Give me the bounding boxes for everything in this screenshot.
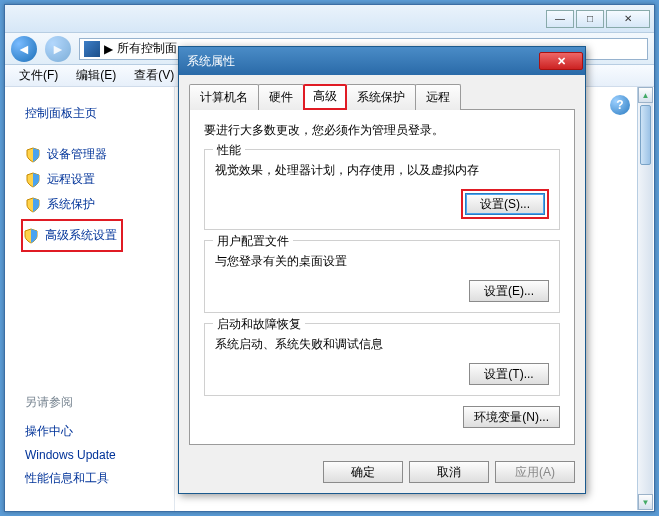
sidebar-heading[interactable]: 控制面板主页: [25, 105, 174, 122]
performance-group: 性能 视觉效果，处理器计划，内存使用，以及虚拟内存 设置(S)...: [204, 149, 560, 230]
sidebar-item-remote-settings[interactable]: 远程设置: [25, 167, 174, 192]
ok-button[interactable]: 确定: [323, 461, 403, 483]
vertical-scrollbar[interactable]: ▲ ▼: [637, 87, 653, 510]
ref-action-center[interactable]: 操作中心: [25, 419, 174, 444]
startup-recovery-settings-button[interactable]: 设置(T)...: [469, 363, 549, 385]
sidebar-item-label: 设备管理器: [47, 146, 107, 163]
startup-recovery-title: 启动和故障恢复: [213, 316, 305, 333]
nav-forward-button[interactable]: ►: [45, 36, 71, 62]
see-also-title: 另请参阅: [25, 394, 174, 411]
system-properties-dialog: 系统属性 ✕ 计算机名 硬件 高级 系统保护 远程 要进行大多数更改，您必须作为…: [178, 46, 586, 494]
dialog-button-row: 确定 取消 应用(A): [179, 453, 585, 491]
sidebar-item-advanced-system-settings[interactable]: 高级系统设置: [23, 223, 117, 248]
scroll-down-arrow[interactable]: ▼: [638, 494, 653, 510]
dialog-close-button[interactable]: ✕: [539, 52, 583, 70]
breadcrumb-text: 所有控制面: [117, 40, 177, 57]
dialog-titlebar[interactable]: 系统属性 ✕: [179, 47, 585, 75]
apply-button[interactable]: 应用(A): [495, 461, 575, 483]
parent-titlebar: — □ ✕: [5, 5, 654, 33]
ref-windows-update[interactable]: Windows Update: [25, 444, 174, 466]
startup-recovery-group: 启动和故障恢复 系统启动、系统失败和调试信息 设置(T)...: [204, 323, 560, 396]
shield-icon: [23, 228, 39, 244]
menu-file[interactable]: 文件(F): [11, 65, 66, 86]
performance-title: 性能: [213, 142, 245, 159]
user-profile-desc: 与您登录有关的桌面设置: [215, 253, 549, 270]
tab-hardware[interactable]: 硬件: [258, 84, 304, 110]
user-profile-group: 用户配置文件 与您登录有关的桌面设置 设置(E)...: [204, 240, 560, 313]
sidebar-item-label: 高级系统设置: [45, 227, 117, 244]
admin-note: 要进行大多数更改，您必须作为管理员登录。: [204, 122, 560, 139]
menu-edit[interactable]: 编辑(E): [68, 65, 124, 86]
help-icon[interactable]: ?: [610, 95, 630, 115]
breadcrumb-sep: ▶: [104, 42, 113, 56]
scroll-up-arrow[interactable]: ▲: [638, 87, 653, 103]
sidebar-item-label: 远程设置: [47, 171, 95, 188]
minimize-button[interactable]: —: [546, 10, 574, 28]
tab-computer-name[interactable]: 计算机名: [189, 84, 259, 110]
nav-back-button[interactable]: ◄: [11, 36, 37, 62]
sidebar-item-system-protection[interactable]: 系统保护: [25, 192, 174, 217]
annotation-highlight: 设置(S)...: [461, 189, 549, 219]
maximize-button[interactable]: □: [576, 10, 604, 28]
ref-perf-info[interactable]: 性能信息和工具: [25, 466, 174, 491]
startup-recovery-desc: 系统启动、系统失败和调试信息: [215, 336, 549, 353]
user-profile-title: 用户配置文件: [213, 233, 293, 250]
sidebar: 控制面板主页 设备管理器 远程设置 系统保护 高级系统设置: [5, 87, 175, 511]
sidebar-item-label: 系统保护: [47, 196, 95, 213]
tab-advanced[interactable]: 高级: [303, 84, 347, 110]
menu-view[interactable]: 查看(V): [126, 65, 182, 86]
user-profile-settings-button[interactable]: 设置(E)...: [469, 280, 549, 302]
shield-icon: [25, 197, 41, 213]
dialog-title: 系统属性: [187, 53, 235, 70]
shield-icon: [25, 147, 41, 163]
advanced-tab-panel: 要进行大多数更改，您必须作为管理员登录。 性能 视觉效果，处理器计划，内存使用，…: [189, 109, 575, 445]
environment-variables-button[interactable]: 环境变量(N)...: [463, 406, 560, 428]
performance-settings-button[interactable]: 设置(S)...: [465, 193, 545, 215]
see-also-section: 另请参阅 操作中心 Windows Update 性能信息和工具: [25, 394, 174, 491]
close-button[interactable]: ✕: [606, 10, 650, 28]
performance-desc: 视觉效果，处理器计划，内存使用，以及虚拟内存: [215, 162, 549, 179]
annotation-highlight: 高级系统设置: [21, 219, 123, 252]
sidebar-item-device-manager[interactable]: 设备管理器: [25, 142, 174, 167]
cancel-button[interactable]: 取消: [409, 461, 489, 483]
tab-strip: 计算机名 硬件 高级 系统保护 远程: [189, 84, 575, 110]
tab-remote[interactable]: 远程: [415, 84, 461, 110]
control-panel-icon: [84, 41, 100, 57]
scroll-thumb[interactable]: [640, 105, 651, 165]
tab-system-protection[interactable]: 系统保护: [346, 84, 416, 110]
shield-icon: [25, 172, 41, 188]
